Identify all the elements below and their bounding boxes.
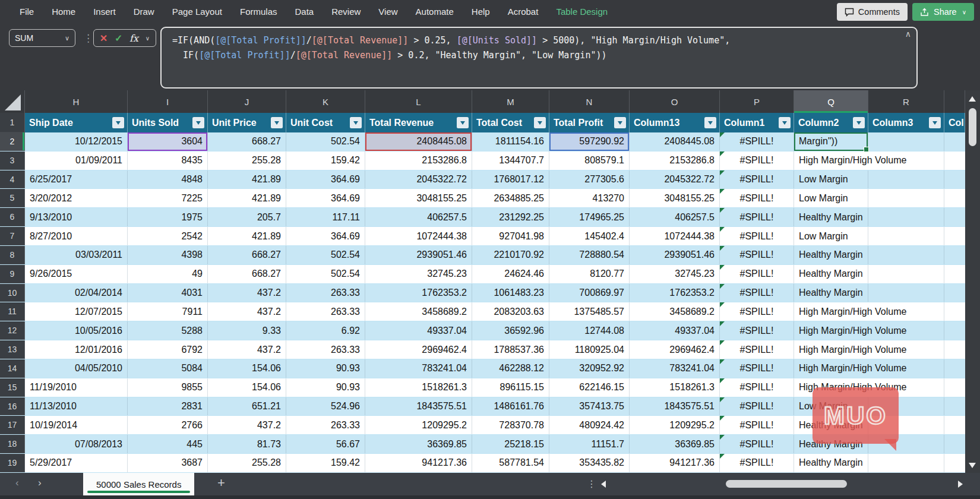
menu-tab-data[interactable]: Data bbox=[286, 0, 323, 24]
cell-H4[interactable]: 6/25/2017 bbox=[25, 170, 128, 189]
cell-O3[interactable]: 2153286.8 bbox=[630, 151, 720, 170]
cell-L17[interactable]: 1209295.2 bbox=[365, 416, 472, 434]
cell-S3[interactable] bbox=[944, 151, 965, 170]
cell-S8[interactable] bbox=[944, 246, 965, 264]
row-header-17[interactable]: 17 bbox=[0, 416, 25, 434]
add-sheet-icon[interactable]: + bbox=[217, 475, 225, 491]
cell-P11[interactable]: #SPILL! bbox=[720, 302, 794, 321]
cell-H11[interactable]: 12/07/2015 bbox=[25, 302, 128, 321]
select-all-corner[interactable] bbox=[0, 90, 25, 113]
cell-H7[interactable]: 8/27/2010 bbox=[25, 227, 128, 245]
column-header-J[interactable]: J bbox=[208, 90, 286, 113]
cell-R10[interactable] bbox=[868, 284, 944, 302]
formula-input[interactable]: =IF(AND([@[Total Profit]]/[@[Total Reven… bbox=[160, 27, 918, 89]
table-header-total-revenue[interactable]: Total Revenue bbox=[365, 113, 472, 132]
cell-H6[interactable]: 9/13/2010 bbox=[25, 208, 128, 226]
menu-tab-home[interactable]: Home bbox=[43, 0, 84, 24]
collapse-formula-bar-icon[interactable]: ∧ bbox=[905, 31, 911, 37]
cell-R7[interactable] bbox=[868, 227, 944, 245]
cell-M9[interactable]: 24624.46 bbox=[472, 265, 549, 283]
cell-H10[interactable]: 02/04/2014 bbox=[25, 284, 128, 302]
cell-J12[interactable]: 9.33 bbox=[208, 321, 286, 340]
filter-dropdown-icon[interactable] bbox=[853, 117, 865, 128]
cell-N9[interactable]: 8120.77 bbox=[549, 265, 630, 283]
vertical-scroll-thumb[interactable] bbox=[969, 108, 976, 146]
row-header-9[interactable]: 9 bbox=[0, 265, 25, 283]
table-header-total-profit[interactable]: Total Profit bbox=[549, 113, 630, 132]
cell-M19[interactable]: 587781.54 bbox=[472, 454, 549, 472]
cell-S18[interactable] bbox=[944, 435, 965, 453]
cell-Q10[interactable]: Healthy Margin bbox=[794, 284, 868, 302]
column-header-M[interactable]: M bbox=[472, 90, 549, 113]
sheet-tab-active[interactable]: 50000 Sales Records bbox=[83, 473, 194, 495]
column-header-O[interactable]: O bbox=[630, 90, 720, 113]
cell-H13[interactable]: 12/01/2016 bbox=[25, 340, 128, 359]
cell-N18[interactable]: 11151.7 bbox=[549, 435, 630, 453]
column-header-L[interactable]: L bbox=[365, 90, 472, 113]
cell-K14[interactable]: 90.93 bbox=[286, 359, 365, 378]
cell-L10[interactable]: 1762353.2 bbox=[365, 284, 472, 302]
cell-K17[interactable]: 263.33 bbox=[286, 416, 365, 434]
cell-S10[interactable] bbox=[944, 284, 965, 302]
cell-J3[interactable]: 255.28 bbox=[208, 151, 286, 170]
cell-L18[interactable]: 36369.85 bbox=[365, 435, 472, 453]
cell-H12[interactable]: 10/05/2016 bbox=[25, 321, 128, 340]
cell-I3[interactable]: 8435 bbox=[128, 151, 208, 170]
row-header-1[interactable]: 1 bbox=[0, 113, 25, 132]
cell-O10[interactable]: 1762353.2 bbox=[630, 284, 720, 302]
cell-L16[interactable]: 1843575.51 bbox=[365, 397, 472, 416]
cell-L11[interactable]: 3458689.2 bbox=[365, 302, 472, 321]
row-header-7[interactable]: 7 bbox=[0, 227, 25, 245]
cell-J19[interactable]: 255.28 bbox=[208, 454, 286, 472]
cell-J4[interactable]: 421.89 bbox=[208, 170, 286, 189]
cell-O2[interactable]: 2408445.08 bbox=[630, 132, 720, 151]
cell-L9[interactable]: 32745.23 bbox=[365, 265, 472, 283]
table-header-unit-price[interactable]: Unit Price bbox=[208, 113, 286, 132]
cell-O5[interactable]: 3048155.25 bbox=[630, 189, 720, 207]
row-header-14[interactable]: 14 bbox=[0, 359, 25, 378]
cell-N6[interactable]: 174965.25 bbox=[549, 208, 630, 226]
cell-R4[interactable] bbox=[868, 170, 944, 189]
cell-I4[interactable]: 4848 bbox=[128, 170, 208, 189]
cell-Q12[interactable]: High Margin/High Volume bbox=[794, 321, 868, 340]
cell-P16[interactable]: #SPILL! bbox=[720, 397, 794, 416]
cell-I13[interactable]: 6792 bbox=[128, 340, 208, 359]
cell-I14[interactable]: 5084 bbox=[128, 359, 208, 378]
cell-N4[interactable]: 277305.6 bbox=[549, 170, 630, 189]
cell-P3[interactable]: #SPILL! bbox=[720, 151, 794, 170]
cell-L8[interactable]: 2939051.46 bbox=[365, 246, 472, 264]
cell-L7[interactable]: 1072444.38 bbox=[365, 227, 472, 245]
enter-icon[interactable]: ✓ bbox=[115, 33, 122, 44]
cell-S5[interactable] bbox=[944, 189, 965, 207]
cell-H19[interactable]: 5/29/2017 bbox=[25, 454, 128, 472]
cell-N14[interactable]: 320952.92 bbox=[549, 359, 630, 378]
cell-K19[interactable]: 159.42 bbox=[286, 454, 365, 472]
cell-K4[interactable]: 364.69 bbox=[286, 170, 365, 189]
filter-dropdown-icon[interactable] bbox=[271, 117, 283, 128]
cell-Q2[interactable]: Margin")) bbox=[794, 132, 868, 151]
cell-M7[interactable]: 927041.98 bbox=[472, 227, 549, 245]
cell-S4[interactable] bbox=[944, 170, 965, 189]
comments-button[interactable]: Comments bbox=[837, 3, 908, 21]
cell-P8[interactable]: #SPILL! bbox=[720, 246, 794, 264]
cell-H9[interactable]: 9/26/2015 bbox=[25, 265, 128, 283]
cell-I18[interactable]: 445 bbox=[128, 435, 208, 453]
cell-N10[interactable]: 700869.97 bbox=[549, 284, 630, 302]
cell-I2[interactable]: 3604 bbox=[128, 132, 208, 151]
cell-J18[interactable]: 81.73 bbox=[208, 435, 286, 453]
cell-J9[interactable]: 668.27 bbox=[208, 265, 286, 283]
horizontal-scroll-thumb[interactable] bbox=[726, 480, 847, 488]
cell-J10[interactable]: 437.2 bbox=[208, 284, 286, 302]
filter-dropdown-icon[interactable] bbox=[350, 117, 362, 128]
table-header-column1[interactable]: Column1 bbox=[720, 113, 794, 132]
column-header-Q[interactable]: Q bbox=[794, 90, 868, 113]
cell-M3[interactable]: 1344707.7 bbox=[472, 151, 549, 170]
cell-O11[interactable]: 3458689.2 bbox=[630, 302, 720, 321]
menu-tab-automate[interactable]: Automate bbox=[407, 0, 463, 24]
cell-I8[interactable]: 4398 bbox=[128, 246, 208, 264]
cell-J17[interactable]: 437.2 bbox=[208, 416, 286, 434]
cell-I19[interactable]: 3687 bbox=[128, 454, 208, 472]
cell-H15[interactable]: 11/19/2010 bbox=[25, 378, 128, 397]
cell-I11[interactable]: 7911 bbox=[128, 302, 208, 321]
cell-O17[interactable]: 1209295.2 bbox=[630, 416, 720, 434]
